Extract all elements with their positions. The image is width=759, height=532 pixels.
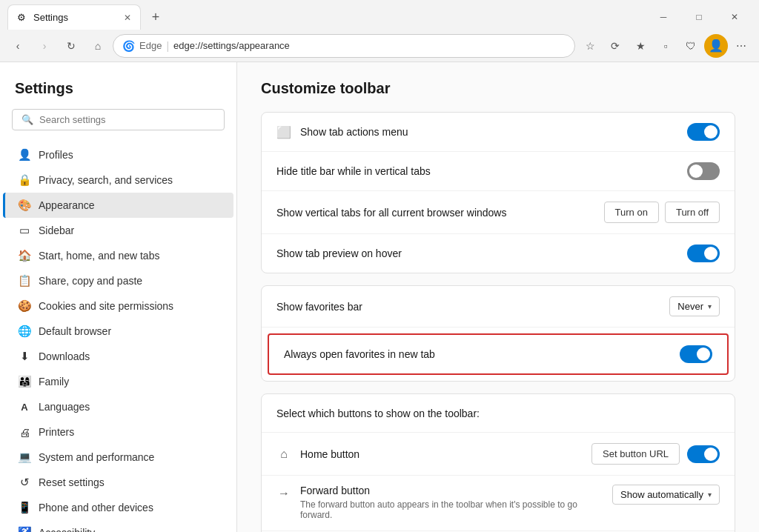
system-icon: 💻 (18, 450, 31, 464)
forward-dropdown-arrow-icon: ▾ (708, 491, 712, 499)
sidebar-item-system-label: System and performance (39, 451, 154, 463)
default-browser-icon: 🌐 (18, 325, 31, 338)
sidebar-item-phone-label: Phone and other devices (39, 502, 153, 513)
toolbar-buttons-header-row: Select which buttons to show on the tool… (262, 394, 735, 433)
always-open-label: Always open favorites in new tab (284, 348, 680, 360)
home-nav-button[interactable]: ⌂ (86, 34, 110, 58)
phone-icon: 📱 (18, 501, 31, 514)
sidebar-item-default-browser[interactable]: 🌐 Default browser (3, 319, 233, 344)
sidebar-item-profiles[interactable]: 👤 Profiles (3, 142, 233, 167)
nav-bar: ‹ › ↻ ⌂ 🌀 Edge | edge://settings/appeara… (0, 30, 759, 62)
sidebar-item-languages-label: Languages (39, 401, 90, 413)
sidebar-item-accessibility[interactable]: ♿ Accessibility (3, 520, 233, 532)
refresh-cycle-icon[interactable]: ⟳ (603, 34, 627, 58)
home-button-controls: Set button URL (591, 443, 720, 465)
favorites-bar-dropdown[interactable]: Never ▾ (669, 296, 720, 316)
sidebar-item-start-home[interactable]: 🏠 Start, home, and new tabs (3, 243, 233, 268)
sidebar-item-appearance-label: Appearance (39, 199, 95, 211)
always-open-wrapper: Always open favorites in new tab (262, 327, 735, 381)
home-button-row: ⌂ Home button Set button URL (262, 433, 735, 476)
address-text: edge://settings/appearance (173, 40, 566, 51)
dropdown-arrow-icon: ▾ (708, 302, 712, 310)
sidebar-item-appearance[interactable]: 🎨 Appearance (3, 193, 233, 218)
hide-title-bar-label: Hide title bar while in vertical tabs (276, 165, 687, 177)
settings-more-icon[interactable]: ⋯ (729, 34, 753, 58)
sidebar-item-family[interactable]: 👨‍👩‍👧 Family (3, 369, 233, 394)
browser-chrome: ⚙ Settings ✕ + ─ □ ✕ ‹ › ↻ ⌂ 🌀 Edge | ed… (0, 0, 759, 62)
start-home-icon: 🏠 (18, 249, 31, 262)
reset-icon: ↺ (18, 476, 31, 489)
show-vertical-tabs-row: Show vertical tabs for all current brows… (262, 191, 735, 234)
collections-icon[interactable]: ★ (629, 34, 652, 58)
home-button-toggle[interactable] (687, 445, 720, 463)
share-copy-icon: 📋 (18, 274, 31, 287)
sidebar-item-sidebar-label: Sidebar (39, 225, 74, 236)
toolbar-settings-card: ⬜ Show tab actions menu Hide title bar w… (261, 112, 735, 273)
search-box[interactable]: 🔍 (12, 109, 225, 130)
tab-favicon: ⚙ (17, 12, 29, 24)
tab-actions-icon: ⬜ (276, 124, 291, 139)
hide-title-bar-toggle[interactable] (687, 162, 720, 180)
forward-button-value: Show automatically (620, 489, 703, 500)
refresh-button[interactable]: ↻ (59, 34, 83, 58)
forward-button-dropdown[interactable]: Show automatically ▾ (612, 485, 720, 505)
search-input[interactable] (39, 114, 215, 125)
turn-off-button[interactable]: Turn off (665, 202, 720, 223)
show-tab-preview-toggle[interactable] (687, 245, 720, 262)
home-button-label: Home button (300, 448, 591, 460)
show-tab-preview-row: Show tab preview on hover (262, 234, 735, 273)
privacy-icon: 🔒 (18, 173, 31, 187)
sidebar-item-family-label: Family (39, 376, 69, 388)
sidebar-item-languages[interactable]: A Languages (3, 394, 233, 419)
sidebar-item-reset[interactable]: ↺ Reset settings (3, 470, 233, 495)
sidebar-item-cookies[interactable]: 🍪 Cookies and site permissions (3, 293, 233, 319)
sidebar-item-share-copy[interactable]: 📋 Share, copy and paste (3, 268, 233, 293)
sidebar-nav: 👤 Profiles 🔒 Privacy, search, and servic… (0, 142, 236, 532)
search-icon: 🔍 (21, 114, 33, 125)
address-bar[interactable]: 🌀 Edge | edge://settings/appearance (113, 34, 575, 58)
forward-button-desc: Forward button The forward button auto a… (300, 485, 600, 520)
sidebar-item-printers[interactable]: 🖨 Printers (3, 419, 233, 445)
section-title: Customize toolbar (261, 80, 735, 97)
show-vertical-tabs-label: Show vertical tabs for all current brows… (276, 207, 604, 219)
vertical-tabs-buttons: Turn on Turn off (604, 202, 720, 223)
sidebar-item-reset-label: Reset settings (39, 476, 105, 488)
favorites-bar-card: Show favorites bar Never ▾ Always open f… (261, 285, 735, 382)
favorites-icon[interactable]: ☆ (578, 34, 602, 58)
show-tab-actions-label: Show tab actions menu (300, 126, 687, 138)
sidebar-title: Settings (0, 74, 236, 109)
always-open-toggle[interactable] (680, 345, 712, 363)
always-open-favorites-row: Always open favorites in new tab (268, 333, 729, 375)
cookies-icon: 🍪 (18, 299, 31, 313)
sidebar-item-privacy-label: Privacy, search, and services (39, 174, 173, 186)
minimize-button[interactable]: ─ (646, 5, 680, 29)
toolbar-buttons-label: Select which buttons to show on the tool… (276, 408, 720, 419)
sidebar-item-downloads[interactable]: ⬇ Downloads (3, 344, 233, 369)
close-window-button[interactable]: ✕ (717, 5, 752, 29)
show-tab-preview-label: Show tab preview on hover (276, 247, 687, 259)
browser-essentials-icon[interactable]: 🛡 (679, 34, 703, 58)
forward-button-row: → Forward button The forward button auto… (262, 476, 735, 531)
turn-on-button[interactable]: Turn on (604, 202, 659, 223)
active-tab[interactable]: ⚙ Settings ✕ (7, 4, 141, 30)
languages-icon: A (18, 400, 31, 413)
set-button-url-button[interactable]: Set button URL (591, 443, 680, 465)
show-tab-actions-toggle[interactable] (687, 123, 720, 141)
maximize-button[interactable]: □ (682, 5, 716, 29)
home-button-icon: ⌂ (276, 447, 291, 462)
tab-title: Settings (33, 12, 68, 23)
favorites-bar-value: Never (677, 301, 703, 312)
back-button[interactable]: ‹ (6, 34, 30, 58)
sidebar-item-phone[interactable]: 📱 Phone and other devices (3, 495, 233, 520)
tab-close-button[interactable]: ✕ (124, 13, 131, 23)
sidebar-item-profiles-label: Profiles (39, 149, 73, 161)
sidebar-item-privacy[interactable]: 🔒 Privacy, search, and services (3, 167, 233, 193)
new-tab-button[interactable]: + (145, 7, 166, 27)
sidebar-item-sidebar[interactable]: ▭ Sidebar (3, 218, 233, 243)
sidebar-item-system[interactable]: 💻 System and performance (3, 445, 233, 470)
profile-icon[interactable]: 👤 (704, 34, 728, 58)
sidebar: Settings 🔍 👤 Profiles 🔒 Privacy, search,… (0, 62, 237, 532)
forward-button-nav[interactable]: › (33, 34, 56, 58)
show-tab-actions-row: ⬜ Show tab actions menu (262, 113, 735, 152)
split-screen-icon[interactable]: ▫ (654, 34, 677, 58)
